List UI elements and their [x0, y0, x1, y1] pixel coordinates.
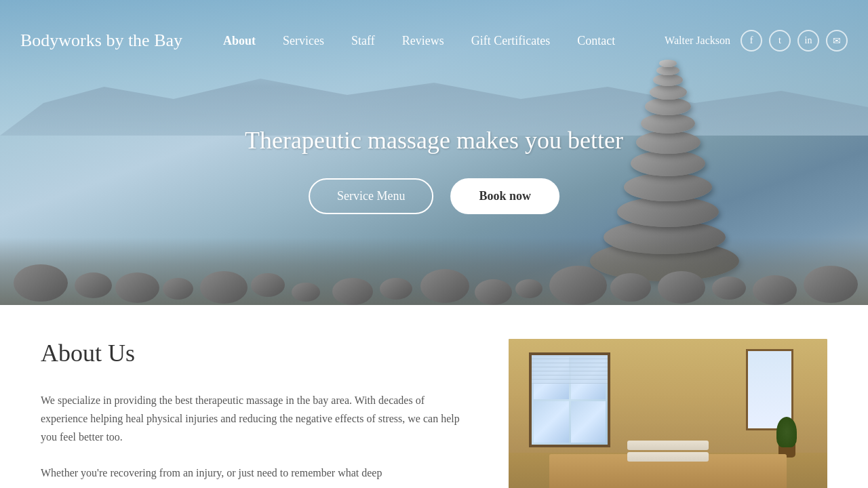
- rock-4: [163, 278, 193, 300]
- rock-13: [549, 266, 607, 305]
- about-text: About Us We specialize in providing the …: [41, 339, 468, 488]
- nav-links: About Services Staff Reviews Gift Certif…: [210, 30, 665, 52]
- stone-8: [645, 98, 691, 115]
- rock-9: [380, 278, 412, 300]
- rock-15: [658, 271, 705, 304]
- hero-headline: Therapeutic massage makes you better: [245, 126, 623, 155]
- nav-services[interactable]: Services: [269, 30, 338, 52]
- rock-14: [610, 273, 651, 302]
- room-scene: [509, 339, 827, 488]
- rock-17: [753, 275, 797, 305]
- rock-8: [332, 278, 373, 305]
- stone-9: [650, 85, 687, 100]
- twitter-icon[interactable]: t: [769, 30, 791, 52]
- window-blinds: [532, 355, 608, 409]
- stone-6: [636, 131, 701, 154]
- about-image: [509, 339, 827, 488]
- service-menu-button[interactable]: Service Menu: [309, 178, 433, 214]
- blind-7: [532, 380, 608, 384]
- plant-decoration: [776, 413, 797, 454]
- towel-1: [627, 441, 709, 450]
- user-name: Walter Jackson: [665, 35, 730, 47]
- stone-4: [624, 173, 712, 201]
- rock-7: [292, 283, 320, 302]
- massage-table: [549, 454, 787, 488]
- rock-16: [712, 277, 746, 300]
- book-now-button[interactable]: Book now: [450, 178, 559, 214]
- nav-gift-certificates[interactable]: Gift Certificates: [458, 30, 564, 52]
- rock-6: [251, 273, 285, 297]
- rock-2: [75, 272, 112, 298]
- nav-contact[interactable]: Contact: [564, 30, 629, 52]
- nav-staff[interactable]: Staff: [338, 30, 389, 52]
- facebook-icon[interactable]: f: [741, 30, 762, 52]
- email-icon[interactable]: ✉: [826, 30, 848, 52]
- linkedin-icon[interactable]: in: [797, 30, 819, 52]
- hero-content: Therapeutic massage makes you better Ser…: [245, 126, 623, 214]
- plant-leaves: [776, 417, 797, 447]
- about-section: About Us We specialize in providing the …: [0, 305, 868, 488]
- about-title: About Us: [41, 339, 468, 367]
- rock-18: [804, 266, 858, 303]
- nav-about[interactable]: About: [210, 30, 269, 52]
- stone-5: [631, 150, 705, 176]
- stone-7: [641, 113, 695, 134]
- social-icons: f t in ✉: [741, 30, 848, 52]
- about-paragraph-2: Whether you're recovering from an injury…: [41, 464, 468, 482]
- about-paragraph-1: We specialize in providing the best ther…: [41, 391, 468, 447]
- rock-5: [200, 271, 248, 304]
- nav-right: Walter Jackson f t in ✉: [665, 30, 848, 52]
- rock-12: [515, 279, 542, 298]
- rock-11: [475, 279, 512, 305]
- rocks-foreground: [0, 237, 868, 305]
- towel-2: [627, 452, 709, 462]
- nav-reviews[interactable]: Reviews: [389, 30, 458, 52]
- rock-10: [420, 269, 469, 303]
- rock-1: [14, 264, 68, 302]
- hero-buttons: Service Menu Book now: [245, 178, 623, 214]
- rock-3: [115, 272, 159, 303]
- table-towels: [627, 441, 709, 461]
- navigation: Bodyworks by the Bay About Services Staf…: [0, 0, 868, 81]
- hero-section: Bodyworks by the Bay About Services Staf…: [0, 0, 868, 305]
- site-logo[interactable]: Bodyworks by the Bay: [20, 30, 182, 51]
